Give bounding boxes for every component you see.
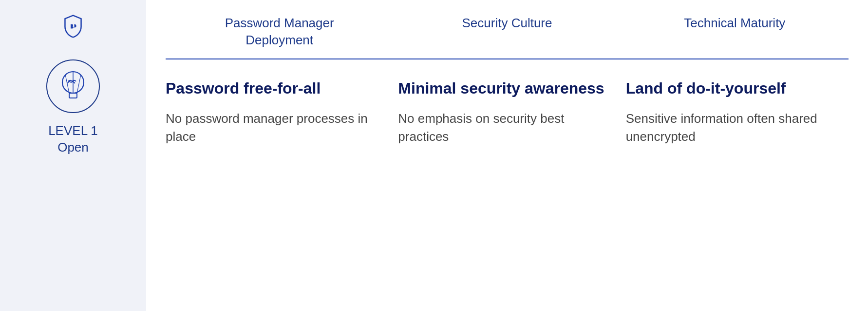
header-col2: Security Culture: [393, 15, 621, 49]
main-content: Password Manager Deployment Security Cul…: [146, 0, 868, 311]
header-col3: Technical Maturity: [621, 15, 849, 49]
content-col2: Minimal security awareness No emphasis o…: [393, 79, 621, 296]
header-col1: Password Manager Deployment: [166, 15, 393, 49]
col2-body: No emphasis on security best practices: [398, 110, 606, 146]
col2-title: Minimal security awareness: [398, 79, 606, 97]
content-col1: Password free-for-all No password manage…: [166, 79, 393, 296]
level-label: LEVEL 1 Open: [48, 123, 98, 156]
col1-body: No password manager processes in place: [166, 110, 378, 146]
sidebar: LEVEL 1 Open: [0, 0, 146, 311]
header-row: Password Manager Deployment Security Cul…: [166, 0, 849, 59]
col3-title: Land of do-it-yourself: [626, 79, 834, 97]
content-col3: Land of do-it-yourself Sensitive informa…: [621, 79, 849, 296]
bitwarden-logo: [61, 15, 85, 40]
level-icon-circle: [46, 59, 100, 113]
col3-body: Sensitive information often shared unenc…: [626, 110, 834, 146]
content-row: Password free-for-all No password manage…: [166, 59, 849, 311]
svg-rect-4: [69, 93, 77, 98]
col1-title: Password free-for-all: [166, 79, 378, 97]
